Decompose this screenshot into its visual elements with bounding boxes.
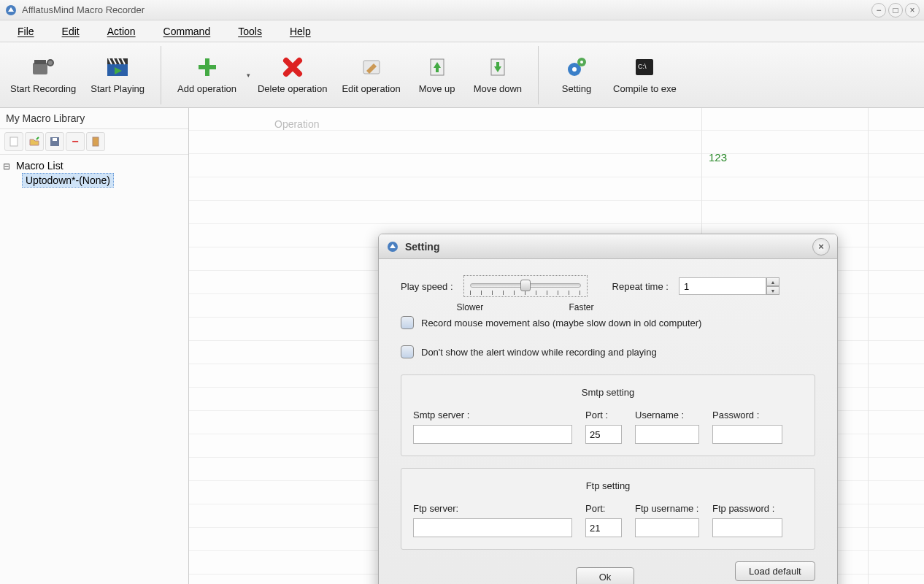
menu-help[interactable]: Help xyxy=(278,23,323,39)
sidebar-header: My Macro Library xyxy=(0,108,188,129)
arrow-up-icon xyxy=(426,55,449,79)
camera-icon xyxy=(31,55,55,79)
svg-text:C:\: C:\ xyxy=(638,63,647,70)
svg-rect-16 xyxy=(10,137,18,146)
record-mouse-checkbox[interactable] xyxy=(401,316,414,329)
main-area: Operation 123 Setting × Play speed : Slo… xyxy=(189,108,924,584)
delete-icon xyxy=(281,55,304,79)
menu-action[interactable]: Action xyxy=(96,23,147,39)
setting-button[interactable]: Setting xyxy=(547,46,606,104)
repeat-time-label: Repeat time : xyxy=(612,281,669,292)
svg-rect-2 xyxy=(34,60,46,64)
smtp-title: Smtp setting xyxy=(413,387,803,398)
cell-value: 123 xyxy=(709,151,727,164)
suppress-alert-checkbox[interactable] xyxy=(401,345,414,358)
smtp-server-label: Smtp server : xyxy=(413,410,572,420)
plus-icon xyxy=(196,55,219,79)
record-mouse-label: Record mouse movement also (maybe slow d… xyxy=(421,318,701,328)
ftp-title: Ftp setting xyxy=(413,480,803,491)
new-file-icon[interactable] xyxy=(4,132,23,151)
dialog-title: Setting xyxy=(405,241,812,253)
smtp-pass-label: Password : xyxy=(712,410,782,420)
smtp-fieldset: Smtp setting Smtp server : Port : Userna… xyxy=(401,374,815,456)
slider-thumb[interactable] xyxy=(520,280,531,291)
edit-icon xyxy=(360,55,383,79)
start-recording-button[interactable]: Start Recording xyxy=(3,46,83,104)
move-down-button[interactable]: Move down xyxy=(466,46,529,104)
ftp-pass-input[interactable] xyxy=(712,518,782,537)
dialog-close-button[interactable]: × xyxy=(812,238,830,256)
menubar: File Edit Action Command Tools Help xyxy=(0,20,924,42)
play-speed-label: Play speed : xyxy=(401,281,453,292)
open-folder-icon[interactable] xyxy=(25,132,44,151)
smtp-user-label: Username : xyxy=(635,410,699,420)
close-button[interactable]: × xyxy=(905,3,920,18)
menu-tools[interactable]: Tools xyxy=(226,23,274,39)
ftp-server-label: Ftp server: xyxy=(413,503,572,514)
tree-root[interactable]: Macro List xyxy=(13,159,66,172)
smtp-pass-input[interactable] xyxy=(712,425,782,444)
load-default-button[interactable]: Load default xyxy=(735,561,815,581)
svg-point-4 xyxy=(48,61,53,65)
svg-rect-19 xyxy=(93,137,99,146)
app-icon xyxy=(4,4,18,17)
minimize-button[interactable]: − xyxy=(871,3,886,18)
ok-button[interactable]: Ok xyxy=(576,567,634,584)
faster-label: Faster xyxy=(569,302,594,312)
tree-item-uptodown[interactable]: Uptodown*-(None) xyxy=(22,173,114,188)
paste-icon[interactable] xyxy=(86,132,105,151)
exe-icon: C:\ xyxy=(633,55,656,79)
smtp-port-input[interactable] xyxy=(585,425,622,444)
window-title: AfflatusMind Macro Recorder xyxy=(22,4,871,15)
smtp-server-input[interactable] xyxy=(413,425,572,444)
svg-point-11 xyxy=(572,67,577,72)
spinner-up-icon[interactable]: ▲ xyxy=(766,277,779,286)
smtp-user-input[interactable] xyxy=(635,425,699,444)
gear-icon xyxy=(565,55,588,79)
menu-edit[interactable]: Edit xyxy=(50,23,91,39)
svg-rect-18 xyxy=(53,138,57,141)
move-up-button[interactable]: Move up xyxy=(408,46,466,104)
add-operation-button[interactable]: Add operation xyxy=(170,46,244,104)
sidebar: My Macro Library − ⊟ Macro List Uptodown… xyxy=(0,108,189,584)
dialog-titlebar[interactable]: Setting × xyxy=(379,234,837,259)
remove-icon[interactable]: − xyxy=(66,132,85,151)
macro-tree: ⊟ Macro List Uptodown*-(None) xyxy=(0,155,188,191)
clapboard-icon xyxy=(106,55,129,79)
edit-operation-button[interactable]: Edit operation xyxy=(334,46,407,104)
delete-operation-button[interactable]: Delete operation xyxy=(250,46,334,104)
ftp-user-input[interactable] xyxy=(635,518,699,537)
window-titlebar: AfflatusMind Macro Recorder − □ × xyxy=(0,0,924,20)
arrow-down-icon xyxy=(486,55,509,79)
ftp-port-label: Port: xyxy=(585,503,622,514)
svg-rect-1 xyxy=(33,63,47,74)
repeat-time-input[interactable] xyxy=(679,277,766,295)
save-icon[interactable] xyxy=(45,132,64,151)
compile-button[interactable]: C:\ Compile to exe xyxy=(606,46,684,104)
menu-command[interactable]: Command xyxy=(152,23,223,39)
slower-label: Slower xyxy=(457,302,484,312)
ftp-pass-label: Ftp password : xyxy=(712,503,782,514)
play-speed-slider[interactable]: Slower Faster xyxy=(463,275,588,297)
start-playing-button[interactable]: Start Playing xyxy=(83,46,152,104)
ftp-port-input[interactable] xyxy=(585,518,622,537)
toolbar: Start Recording Start Playing Add operat… xyxy=(0,42,924,108)
menu-file[interactable]: File xyxy=(6,23,46,39)
suppress-alert-label: Don't show the alert window while record… xyxy=(421,347,657,358)
sidebar-toolbar: − xyxy=(0,129,188,155)
dialog-icon xyxy=(386,240,399,253)
setting-dialog: Setting × Play speed : Slower Faster Rep… xyxy=(378,234,838,584)
smtp-port-label: Port : xyxy=(585,410,622,420)
tree-collapse-icon[interactable]: ⊟ xyxy=(3,161,13,172)
ftp-fieldset: Ftp setting Ftp server: Port: Ftp userna… xyxy=(401,468,815,550)
spinner-down-icon[interactable]: ▼ xyxy=(766,286,779,295)
ftp-server-input[interactable] xyxy=(413,518,572,537)
svg-point-13 xyxy=(580,61,583,64)
ftp-user-label: Ftp username : xyxy=(635,503,699,514)
maximize-button[interactable]: □ xyxy=(888,3,903,18)
